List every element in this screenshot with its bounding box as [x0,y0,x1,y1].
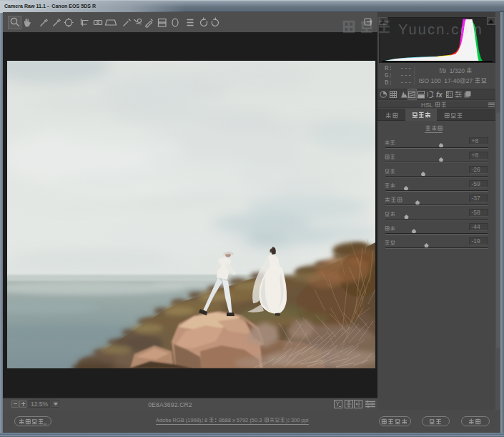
svg-text:fx: fx [436,91,443,99]
svg-text:HSL: HSL [421,102,433,108]
svg-text:Yuucn.com: Yuucn.com [398,21,483,37]
